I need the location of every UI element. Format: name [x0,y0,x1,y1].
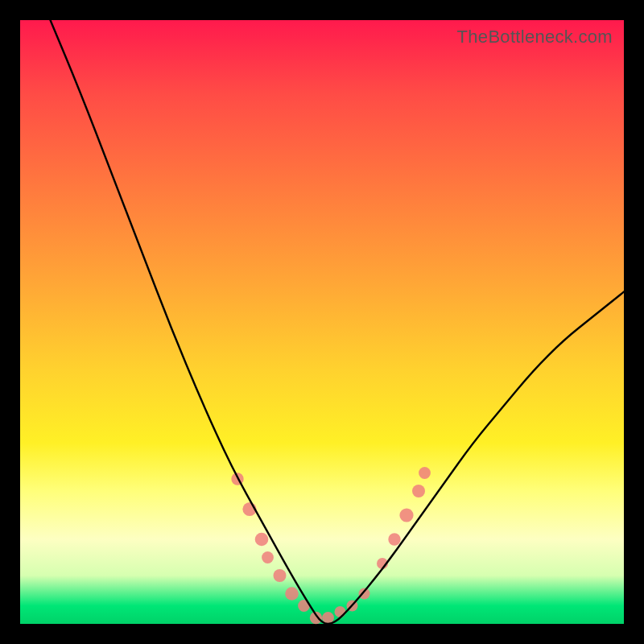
data-dot [274,569,287,582]
watermark-label: TheBottleneck.com [457,27,613,47]
data-dot [335,606,346,617]
bottleneck-curve [51,20,625,624]
data-dot [412,485,425,497]
data-dot [399,508,413,522]
data-dot [285,587,299,601]
data-dot [388,533,400,545]
chart-frame: TheBottleneck.com [20,20,624,624]
plot-area [20,20,624,624]
data-dot [419,467,431,479]
data-dot [255,533,269,547]
data-dot [359,588,370,600]
chart-svg [20,20,624,624]
data-dot [262,551,274,564]
